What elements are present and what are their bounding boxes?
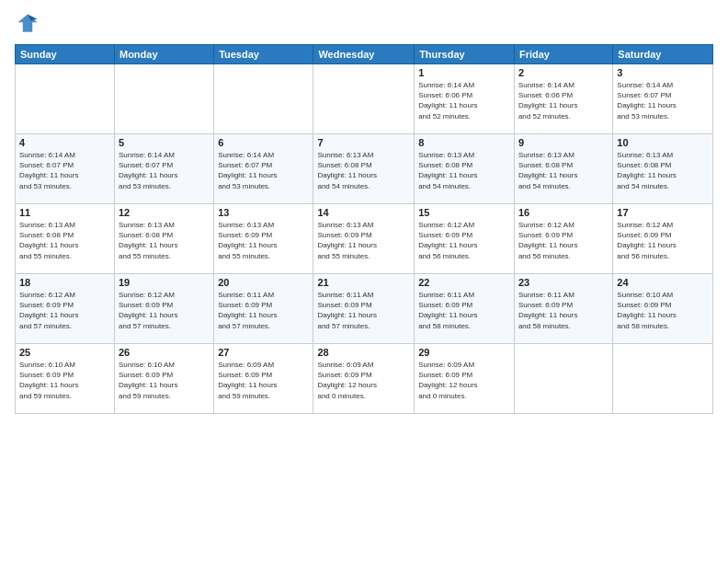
day-number: 4	[19, 137, 110, 148]
day-info: Sunrise: 6:09 AMSunset: 6:09 PMDaylight:…	[218, 360, 309, 401]
day-info: Sunrise: 6:14 AMSunset: 6:07 PMDaylight:…	[617, 80, 709, 121]
day-info: Sunrise: 6:13 AMSunset: 6:08 PMDaylight:…	[418, 150, 510, 191]
calendar-cell	[613, 344, 713, 414]
calendar-cell: 14Sunrise: 6:13 AMSunset: 6:09 PMDayligh…	[313, 204, 415, 274]
day-number: 19	[119, 277, 210, 288]
day-number: 7	[317, 137, 410, 148]
day-number: 2	[518, 67, 609, 78]
logo-icon	[15, 11, 40, 37]
calendar-cell	[313, 64, 415, 134]
day-info: Sunrise: 6:11 AMSunset: 6:09 PMDaylight:…	[418, 290, 510, 331]
calendar-cell: 25Sunrise: 6:10 AMSunset: 6:09 PMDayligh…	[16, 344, 115, 414]
calendar-cell: 1Sunrise: 6:14 AMSunset: 6:06 PMDaylight…	[415, 64, 515, 134]
day-info: Sunrise: 6:11 AMSunset: 6:09 PMDaylight:…	[218, 290, 309, 331]
calendar-cell: 22Sunrise: 6:11 AMSunset: 6:09 PMDayligh…	[415, 274, 515, 344]
calendar-week-row: 11Sunrise: 6:13 AMSunset: 6:08 PMDayligh…	[16, 204, 713, 274]
day-number: 3	[617, 67, 709, 78]
calendar-cell	[16, 64, 115, 134]
day-info: Sunrise: 6:13 AMSunset: 6:09 PMDaylight:…	[317, 220, 410, 261]
calendar-cell: 24Sunrise: 6:10 AMSunset: 6:09 PMDayligh…	[613, 274, 713, 344]
day-info: Sunrise: 6:10 AMSunset: 6:09 PMDaylight:…	[617, 290, 709, 331]
calendar-cell	[514, 344, 612, 414]
day-number: 24	[617, 277, 709, 288]
day-number: 27	[218, 347, 309, 358]
calendar-cell: 3Sunrise: 6:14 AMSunset: 6:07 PMDaylight…	[613, 64, 713, 134]
day-info: Sunrise: 6:13 AMSunset: 6:08 PMDaylight:…	[518, 150, 609, 191]
day-header-thursday: Thursday	[415, 45, 515, 64]
calendar-cell	[114, 64, 213, 134]
calendar-cell: 6Sunrise: 6:14 AMSunset: 6:07 PMDaylight…	[214, 134, 313, 204]
day-header-saturday: Saturday	[613, 45, 713, 64]
calendar-cell: 9Sunrise: 6:13 AMSunset: 6:08 PMDaylight…	[514, 134, 612, 204]
day-number: 18	[19, 277, 110, 288]
day-header-friday: Friday	[514, 45, 612, 64]
calendar-cell: 19Sunrise: 6:12 AMSunset: 6:09 PMDayligh…	[114, 274, 213, 344]
day-number: 20	[218, 277, 309, 288]
day-info: Sunrise: 6:13 AMSunset: 6:08 PMDaylight:…	[119, 220, 210, 261]
day-number: 11	[19, 207, 110, 218]
calendar-week-row: 4Sunrise: 6:14 AMSunset: 6:07 PMDaylight…	[16, 134, 713, 204]
day-number: 15	[418, 207, 510, 218]
day-info: Sunrise: 6:12 AMSunset: 6:09 PMDaylight:…	[19, 290, 110, 331]
day-header-wednesday: Wednesday	[313, 45, 415, 64]
day-info: Sunrise: 6:12 AMSunset: 6:09 PMDaylight:…	[119, 290, 210, 331]
calendar-cell: 12Sunrise: 6:13 AMSunset: 6:08 PMDayligh…	[114, 204, 213, 274]
calendar-cell: 21Sunrise: 6:11 AMSunset: 6:09 PMDayligh…	[313, 274, 415, 344]
day-number: 8	[418, 137, 510, 148]
day-number: 28	[317, 347, 410, 358]
page-header	[15, 11, 713, 37]
calendar-week-row: 1Sunrise: 6:14 AMSunset: 6:06 PMDaylight…	[16, 64, 713, 134]
calendar-cell: 20Sunrise: 6:11 AMSunset: 6:09 PMDayligh…	[214, 274, 313, 344]
svg-marker-0	[18, 15, 38, 32]
day-number: 17	[617, 207, 709, 218]
day-info: Sunrise: 6:10 AMSunset: 6:09 PMDaylight:…	[119, 360, 210, 401]
day-number: 29	[418, 347, 510, 358]
day-info: Sunrise: 6:10 AMSunset: 6:09 PMDaylight:…	[19, 360, 110, 401]
day-number: 26	[119, 347, 210, 358]
calendar-cell: 26Sunrise: 6:10 AMSunset: 6:09 PMDayligh…	[114, 344, 213, 414]
calendar-cell: 13Sunrise: 6:13 AMSunset: 6:09 PMDayligh…	[214, 204, 313, 274]
day-info: Sunrise: 6:14 AMSunset: 6:06 PMDaylight:…	[518, 80, 609, 121]
calendar-cell: 5Sunrise: 6:14 AMSunset: 6:07 PMDaylight…	[114, 134, 213, 204]
calendar-cell: 2Sunrise: 6:14 AMSunset: 6:06 PMDaylight…	[514, 64, 612, 134]
day-number: 13	[218, 207, 309, 218]
day-info: Sunrise: 6:12 AMSunset: 6:09 PMDaylight:…	[518, 220, 609, 261]
day-number: 23	[518, 277, 609, 288]
calendar-cell: 17Sunrise: 6:12 AMSunset: 6:09 PMDayligh…	[613, 204, 713, 274]
calendar-cell: 8Sunrise: 6:13 AMSunset: 6:08 PMDaylight…	[415, 134, 515, 204]
day-header-tuesday: Tuesday	[214, 45, 313, 64]
day-number: 10	[617, 137, 709, 148]
day-info: Sunrise: 6:11 AMSunset: 6:09 PMDaylight:…	[518, 290, 609, 331]
calendar-header-row: SundayMondayTuesdayWednesdayThursdayFrid…	[16, 45, 713, 64]
calendar-cell: 29Sunrise: 6:09 AMSunset: 6:09 PMDayligh…	[415, 344, 515, 414]
day-info: Sunrise: 6:13 AMSunset: 6:08 PMDaylight:…	[317, 150, 410, 191]
day-info: Sunrise: 6:14 AMSunset: 6:07 PMDaylight:…	[19, 150, 110, 191]
day-number: 21	[317, 277, 410, 288]
day-info: Sunrise: 6:09 AMSunset: 6:09 PMDaylight:…	[418, 360, 510, 401]
calendar-week-row: 25Sunrise: 6:10 AMSunset: 6:09 PMDayligh…	[16, 344, 713, 414]
calendar-cell: 15Sunrise: 6:12 AMSunset: 6:09 PMDayligh…	[415, 204, 515, 274]
day-info: Sunrise: 6:14 AMSunset: 6:06 PMDaylight:…	[418, 80, 510, 121]
day-info: Sunrise: 6:09 AMSunset: 6:09 PMDaylight:…	[317, 360, 410, 401]
day-info: Sunrise: 6:12 AMSunset: 6:09 PMDaylight:…	[617, 220, 709, 261]
calendar-cell: 18Sunrise: 6:12 AMSunset: 6:09 PMDayligh…	[16, 274, 115, 344]
logo	[15, 11, 44, 37]
day-info: Sunrise: 6:14 AMSunset: 6:07 PMDaylight:…	[218, 150, 309, 191]
day-header-sunday: Sunday	[16, 45, 115, 64]
day-number: 25	[19, 347, 110, 358]
day-number: 6	[218, 137, 309, 148]
day-number: 5	[119, 137, 210, 148]
calendar-cell: 7Sunrise: 6:13 AMSunset: 6:08 PMDaylight…	[313, 134, 415, 204]
day-header-monday: Monday	[114, 45, 213, 64]
day-number: 9	[518, 137, 609, 148]
calendar-table: SundayMondayTuesdayWednesdayThursdayFrid…	[15, 44, 713, 414]
calendar-cell: 27Sunrise: 6:09 AMSunset: 6:09 PMDayligh…	[214, 344, 313, 414]
day-info: Sunrise: 6:13 AMSunset: 6:09 PMDaylight:…	[218, 220, 309, 261]
day-info: Sunrise: 6:11 AMSunset: 6:09 PMDaylight:…	[317, 290, 410, 331]
day-number: 22	[418, 277, 510, 288]
calendar-week-row: 18Sunrise: 6:12 AMSunset: 6:09 PMDayligh…	[16, 274, 713, 344]
day-number: 1	[418, 67, 510, 78]
day-info: Sunrise: 6:12 AMSunset: 6:09 PMDaylight:…	[418, 220, 510, 261]
calendar-cell: 11Sunrise: 6:13 AMSunset: 6:08 PMDayligh…	[16, 204, 115, 274]
calendar-cell: 23Sunrise: 6:11 AMSunset: 6:09 PMDayligh…	[514, 274, 612, 344]
